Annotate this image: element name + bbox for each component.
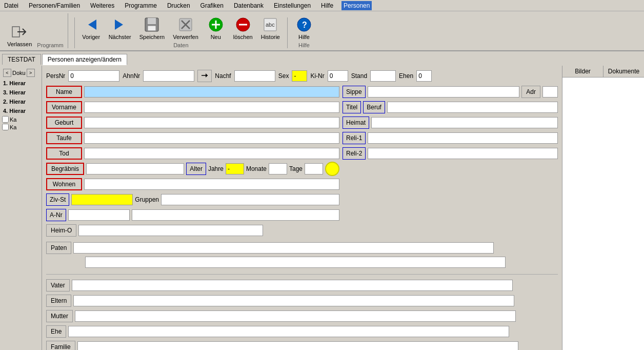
begraebnis-button[interactable]: Begräbnis (46, 163, 84, 175)
begraebnis-input[interactable] (86, 163, 184, 174)
loeschen-button[interactable]: löschen (230, 13, 256, 41)
heimat-row: Heimat (343, 116, 558, 129)
eltern-button[interactable]: Eltern (46, 295, 71, 307)
anr-input[interactable] (68, 209, 130, 221)
heimat-button[interactable]: Heimat (343, 116, 369, 129)
monate-input[interactable] (269, 163, 287, 174)
verwerfen-button[interactable]: Verwerfen (170, 13, 202, 41)
paten-button[interactable]: Paten (46, 242, 71, 254)
sidebar-checkbox-1[interactable] (2, 116, 9, 123)
beruf-button[interactable]: Beruf (363, 101, 385, 113)
sippe-input[interactable] (368, 86, 520, 98)
begraebnis-row: Begräbnis Alter Jahre Monate Tage (46, 162, 339, 176)
geburt-button[interactable]: Geburt (46, 116, 82, 129)
tab-dokumente[interactable]: Dokumente (603, 66, 644, 77)
verlassen-group: Verlassen Programm (4, 13, 68, 48)
ahnnr-input[interactable] (143, 70, 194, 82)
menu-grafiken[interactable]: Grafiken (198, 1, 226, 10)
taufe-input[interactable] (84, 132, 339, 144)
neu-button[interactable]: Neu (204, 13, 228, 41)
menu-drucken[interactable]: Drucken (165, 1, 192, 10)
reli2-button[interactable]: Reli-2 (343, 147, 366, 160)
voriger-button[interactable]: Voriger (79, 13, 104, 41)
anr-extra-input[interactable] (132, 209, 339, 221)
transfer-button[interactable] (197, 70, 212, 82)
sidebar-ka-label-1: Ka (10, 116, 16, 123)
zivst-input[interactable] (71, 194, 133, 205)
tab-bilder[interactable]: Bilder (562, 66, 603, 77)
stand-input[interactable] (370, 70, 396, 82)
anr-button[interactable]: A-Nr (46, 209, 66, 221)
name-input[interactable] (84, 86, 339, 98)
scroll-left-button[interactable]: < (3, 69, 11, 77)
historie-button[interactable]: abc Historie (258, 13, 283, 41)
geburt-input[interactable] (84, 117, 339, 128)
gruppen-input[interactable] (161, 194, 339, 205)
menu-datei[interactable]: Datei (2, 1, 21, 10)
ehen-input[interactable] (416, 70, 432, 82)
menu-einstellungen[interactable]: Einstellungen (272, 1, 313, 10)
heimo-input[interactable] (78, 225, 263, 236)
familie-button[interactable]: Familie (46, 341, 75, 350)
name-button[interactable]: Name (46, 86, 82, 98)
reli2-input[interactable] (368, 148, 558, 159)
kinr-input[interactable] (328, 70, 348, 82)
eltern-input[interactable] (73, 295, 514, 306)
sidebar-scroll-top: < Doku > (2, 68, 39, 78)
naechster-button[interactable]: Nächster (106, 13, 134, 41)
ehe-input[interactable] (68, 326, 509, 337)
tod-input[interactable] (84, 148, 339, 159)
alter-button[interactable]: Alter (186, 163, 206, 175)
adr-button[interactable]: Adr (521, 86, 540, 98)
menu-datenbank[interactable]: Datenbank (232, 1, 266, 10)
nachf-label: Nachf (215, 72, 231, 80)
sippe-button[interactable]: Sippe (343, 86, 366, 98)
scroll-right-button[interactable]: > (27, 69, 35, 77)
wohnen-input[interactable] (84, 179, 339, 190)
menu-programme[interactable]: Programme (123, 1, 159, 10)
tod-button[interactable]: Tod (46, 147, 82, 160)
sidebar-item-4[interactable]: 4. Hierar (2, 107, 39, 115)
speichern-label: Speichern (139, 34, 165, 40)
zivst-button[interactable]: Ziv-St (46, 193, 69, 206)
reli1-button[interactable]: Reli-1 (343, 132, 366, 144)
mutter-button[interactable]: Mutter (46, 310, 73, 322)
vater-input[interactable] (72, 280, 513, 291)
wohnen-button[interactable]: Wohnen (46, 178, 82, 190)
persnr-input[interactable] (68, 70, 119, 82)
nachf-input[interactable] (234, 70, 275, 82)
heimo-button[interactable]: Heim-O (46, 224, 76, 237)
spacer-row-3 (343, 193, 558, 206)
tab-testdat[interactable]: TESTDAT (2, 54, 41, 65)
vater-button[interactable]: Vater (46, 279, 70, 291)
menu-personen-familien[interactable]: Personen/Familien (27, 1, 82, 10)
menu-personen[interactable]: Personen (341, 1, 372, 10)
verlassen-button[interactable]: Verlassen (4, 13, 35, 48)
tage-input[interactable] (305, 163, 323, 174)
familie-input[interactable] (77, 341, 518, 350)
speichern-button[interactable]: Speichern (136, 13, 168, 41)
spacer-row-1 (343, 162, 558, 176)
beruf-input[interactable] (387, 102, 558, 113)
hilfe-button[interactable]: ? Hilfe (292, 13, 316, 41)
taufe-button[interactable]: Taufe (46, 132, 82, 144)
menu-weiteres[interactable]: Weiteres (88, 1, 116, 10)
reli1-input[interactable] (368, 132, 558, 144)
mutter-input[interactable] (75, 310, 516, 322)
ehe-button[interactable]: Ehe (46, 325, 66, 338)
jahre-input[interactable] (226, 163, 244, 174)
menu-hilfe[interactable]: Hilfe (319, 1, 335, 10)
paten-extra-input[interactable] (85, 257, 506, 268)
titel-button[interactable]: Titel (343, 101, 361, 113)
vorname-button[interactable]: Vorname (46, 101, 82, 113)
sidebar-item-2[interactable]: 2. Hierar (2, 98, 39, 106)
tab-personen[interactable]: Personen anzeigen/ändern (42, 54, 127, 65)
paten-input[interactable] (73, 242, 494, 254)
heimat-input[interactable] (371, 117, 558, 128)
sex-input[interactable] (292, 70, 307, 82)
vorname-input[interactable] (84, 102, 339, 113)
adr-input[interactable] (542, 86, 558, 98)
sidebar-checkbox-2[interactable] (2, 124, 9, 130)
sidebar-item-3[interactable]: 3. Hierar (2, 88, 39, 96)
sidebar-item-1[interactable]: 1. Hierar (2, 79, 39, 87)
